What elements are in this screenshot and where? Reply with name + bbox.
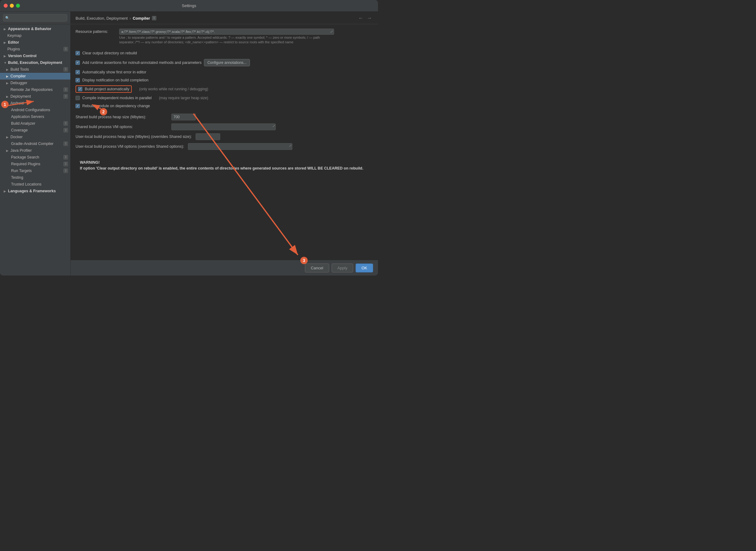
checkbox-auto-show-error: ✓ Automatically show first error in edit… bbox=[76, 69, 373, 75]
sidebar-item-docker[interactable]: ▶ Docker bbox=[0, 134, 70, 140]
sidebar-item-label: Appearance & Behavior bbox=[8, 27, 68, 31]
sidebar-item-label: Build Tools bbox=[10, 67, 64, 72]
heap-size-label: Shared build process heap size (Mbytes): bbox=[76, 115, 168, 119]
sidebar-item-java-profiler[interactable]: ▶ Java Profiler bbox=[0, 147, 70, 154]
build-auto-highlight: ✓ Build project automatically bbox=[76, 85, 132, 93]
nav-forward-button[interactable]: → bbox=[366, 15, 373, 21]
chevron-icon: ▶ bbox=[6, 95, 10, 98]
sidebar: 🔍 ▶ Appearance & Behavior Keymap ▶ Edito… bbox=[0, 12, 71, 276]
sidebar-item-build-analyzer[interactable]: Build Analyzer ☰ bbox=[0, 120, 70, 127]
vm-options-expand-button[interactable]: ⤢ bbox=[272, 124, 275, 128]
vm-options-input[interactable] bbox=[171, 123, 276, 130]
sidebar-item-coverage[interactable]: Coverage ☰ bbox=[0, 127, 70, 134]
sidebar-item-android[interactable]: ▶ Android bbox=[0, 100, 70, 107]
sidebar-item-languages[interactable]: ▶ Languages & Frameworks bbox=[0, 188, 70, 194]
sidebar-item-run-targets[interactable]: Run Targets ☰ bbox=[0, 167, 70, 174]
resource-patterns-hint: Use ; to separate patterns and ! to nega… bbox=[119, 35, 328, 45]
checkbox-rebuild-module: ✓ Rebuild module on dependency change bbox=[76, 103, 373, 109]
resource-patterns-field[interactable]: a;!?*.form;!?*.class;!?*.groovy;!?*.scal… bbox=[119, 29, 334, 35]
window-title: Settings bbox=[182, 3, 196, 8]
sidebar-item-keymap[interactable]: Keymap bbox=[0, 32, 70, 39]
sidebar-item-android-configs[interactable]: Android Configurations bbox=[0, 107, 70, 113]
sidebar-item-label: Application Servers bbox=[11, 114, 68, 119]
breadcrumb-current: Compiler bbox=[133, 16, 150, 21]
checkbox-display-notification: ✓ Display notification on build completi… bbox=[76, 77, 373, 83]
apply-button[interactable]: Apply bbox=[331, 263, 353, 272]
local-vm-expand-button[interactable]: ⤢ bbox=[289, 144, 292, 148]
sidebar-item-vcs[interactable]: ▶ Version Control bbox=[0, 52, 70, 59]
sidebar-item-required-plugins[interactable]: Required Plugins ☰ bbox=[0, 161, 70, 167]
sidebar-item-trusted-locations[interactable]: Trusted Locations bbox=[0, 181, 70, 188]
sidebar-item-compiler[interactable]: ▶ Compiler bbox=[0, 73, 70, 79]
chevron-icon: ▶ bbox=[4, 27, 7, 31]
local-heap-row: User-local build process heap size (Mbyt… bbox=[76, 133, 373, 140]
titlebar-buttons bbox=[4, 4, 20, 8]
sidebar-item-plugins[interactable]: Plugins ☰ bbox=[0, 46, 70, 52]
sidebar-item-label: Package Search bbox=[11, 155, 64, 159]
auto-show-error-label: Automatically show first error in editor bbox=[82, 70, 146, 74]
annotation-badge-1: 1 bbox=[1, 101, 9, 108]
sidebar-item-appearance[interactable]: ▶ Appearance & Behavior bbox=[0, 25, 70, 32]
breadcrumb: Build, Execution, Deployment › Compiler … bbox=[76, 16, 156, 21]
sidebar-item-debugger[interactable]: ▶ Debugger bbox=[0, 79, 70, 86]
main-header: Build, Execution, Deployment › Compiler … bbox=[71, 12, 378, 24]
badge-icon: ☰ bbox=[64, 162, 68, 166]
warning-box: WARNING! If option 'Clear output directo… bbox=[76, 156, 373, 175]
chevron-icon: ▶ bbox=[6, 135, 10, 139]
checkbox-build-auto-row: ✓ Build project automatically (only work… bbox=[76, 85, 373, 93]
sidebar-item-label: Trusted Locations bbox=[11, 182, 68, 186]
add-runtime-checkbox[interactable]: ✓ bbox=[76, 60, 80, 65]
sidebar-item-app-servers[interactable]: Application Servers bbox=[0, 113, 70, 120]
sidebar-item-testing[interactable]: Testing bbox=[0, 174, 70, 181]
display-notification-checkbox[interactable]: ✓ bbox=[76, 78, 80, 82]
sidebar-item-label: Coverage bbox=[11, 128, 64, 132]
sidebar-item-package-search[interactable]: Package Search ☰ bbox=[0, 154, 70, 161]
chevron-icon: ▶ bbox=[4, 189, 7, 193]
sidebar-item-remote-jar[interactable]: Remote Jar Repositories ☰ bbox=[0, 86, 70, 93]
ok-button[interactable]: OK bbox=[355, 263, 373, 272]
minimize-button[interactable] bbox=[10, 4, 14, 8]
clear-output-checkbox[interactable]: ✓ bbox=[76, 51, 80, 55]
close-button[interactable] bbox=[4, 4, 8, 8]
resource-patterns-label: Resource patterns: bbox=[76, 29, 115, 34]
sidebar-item-label: Compiler bbox=[10, 74, 68, 78]
badge-icon: ☰ bbox=[64, 155, 68, 159]
heap-size-input[interactable] bbox=[171, 114, 196, 120]
search-icon: 🔍 bbox=[5, 16, 10, 20]
sidebar-item-label: Java Profiler bbox=[10, 148, 68, 153]
cancel-button[interactable]: Cancel bbox=[305, 263, 329, 272]
sidebar-item-build-exec[interactable]: ▼ Build, Execution, Deployment bbox=[0, 59, 70, 66]
breadcrumb-badge: ☰ bbox=[152, 16, 156, 20]
sidebar-item-label: Build, Execution, Deployment bbox=[8, 60, 68, 65]
sidebar-item-editor[interactable]: ▶ Editor bbox=[0, 39, 70, 46]
footer: Cancel Apply OK bbox=[71, 260, 378, 276]
sidebar-item-label: Debugger bbox=[10, 81, 68, 85]
resource-expand-button[interactable]: ⤢ bbox=[330, 29, 333, 34]
sidebar-item-build-tools[interactable]: ▶ Build Tools ☰ bbox=[0, 66, 70, 73]
sidebar-item-label: Gradle-Android Compiler bbox=[11, 142, 64, 146]
rebuild-module-label: Rebuild module on dependency change bbox=[82, 104, 150, 108]
search-input[interactable] bbox=[3, 14, 67, 21]
auto-show-error-checkbox[interactable]: ✓ bbox=[76, 70, 80, 74]
sidebar-item-label: Remote Jar Repositories bbox=[6, 87, 64, 92]
main-body: Resource patterns: a;!?*.form;!?*.class;… bbox=[71, 24, 378, 260]
sidebar-item-label: Version Control bbox=[8, 54, 68, 58]
local-heap-input[interactable] bbox=[196, 133, 220, 140]
badge-icon: ☰ bbox=[64, 128, 68, 132]
chevron-icon: ▶ bbox=[6, 81, 10, 85]
vm-options-label: Shared build process VM options: bbox=[76, 125, 168, 129]
rebuild-module-checkbox[interactable]: ✓ bbox=[76, 104, 80, 108]
build-auto-checkbox[interactable]: ✓ bbox=[78, 87, 82, 91]
badge-icon: ☰ bbox=[64, 142, 68, 146]
sidebar-item-label: Deployment bbox=[10, 94, 64, 99]
sidebar-item-gradle-android[interactable]: Gradle-Android Compiler ☰ bbox=[0, 140, 70, 147]
sidebar-item-label: Docker bbox=[10, 135, 68, 139]
content-area: 🔍 ▶ Appearance & Behavior Keymap ▶ Edito… bbox=[0, 12, 378, 276]
sidebar-item-label: Keymap bbox=[7, 33, 68, 38]
configure-annotations-button[interactable]: Configure annotations... bbox=[204, 59, 250, 66]
compile-parallel-checkbox[interactable] bbox=[76, 96, 80, 100]
maximize-button[interactable] bbox=[16, 4, 20, 8]
sidebar-item-deployment[interactable]: ▶ Deployment ☰ bbox=[0, 93, 70, 100]
nav-back-button[interactable]: ← bbox=[357, 15, 364, 21]
local-vm-input[interactable] bbox=[188, 143, 292, 150]
